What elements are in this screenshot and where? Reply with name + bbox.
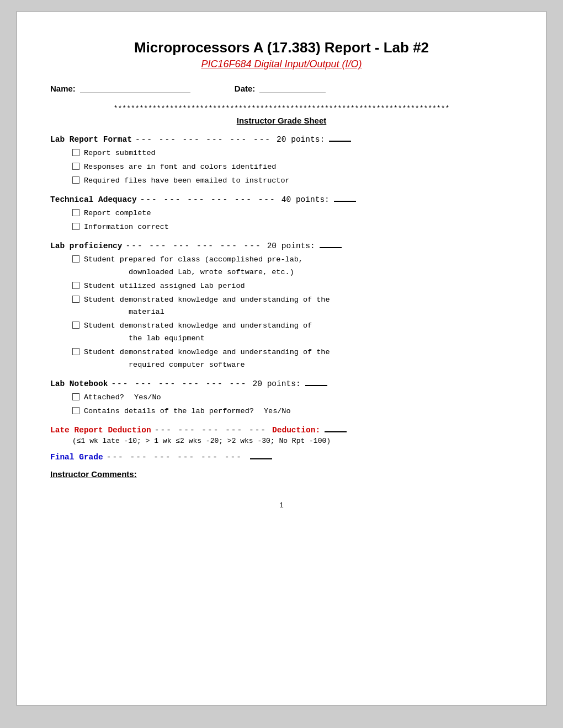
list-item: Student utilized assigned Lab period [72,280,513,293]
item-text: Student demonstrated knowledge and under… [84,320,513,345]
final-grade-title: Final Grade [50,453,103,462]
items-lab-proficiency: Student prepared for class (accomplished… [50,254,513,372]
item-text: Student utilized assigned Lab period [84,280,513,293]
list-item: Report complete [72,207,513,220]
section-late-report: Late Report Deduction --- --- --- --- --… [50,426,513,445]
section-lab-notebook: Lab Notebook --- --- --- --- --- --- 20 … [50,379,513,418]
checkbox-icon [72,407,79,414]
dashes-final-grade: --- --- --- --- --- --- [107,453,242,462]
late-report-title: Late Report Deduction [50,426,151,435]
stars-row: ****************************************… [50,104,513,113]
list-item: Student demonstrated knowledge and under… [72,294,513,319]
final-grade-header: Final Grade --- --- --- --- --- --- [50,453,513,462]
dashes-lab-proficiency: --- --- --- --- --- --- [126,242,262,250]
page-number: 1 [50,501,513,509]
item-text: Student demonstrated knowledge and under… [84,294,513,319]
points-lab-proficiency: 20 points: [267,242,315,250]
checkbox-icon [72,176,79,184]
main-title: Microprocessors A (17.383) Report - Lab … [50,39,513,56]
item-text: Report submitted [84,147,513,160]
grade-sheet-title: Instructor Grade Sheet [50,116,513,125]
section-title-lab-report-format: Lab Report Format [50,135,132,144]
name-line [80,83,190,93]
section-final-grade: Final Grade --- --- --- --- --- --- [50,453,513,462]
list-item: Attached? Yes/No [72,392,513,404]
name-label: Name: [50,84,76,93]
late-report-header: Late Report Deduction --- --- --- --- --… [50,426,513,435]
notebook-text: Contains details of the lab performed? Y… [84,405,513,418]
score-blank-lab-report-format [329,141,351,142]
late-note: (≤1 wk late -10; > 1 wk ≤2 wks -20; >2 w… [50,437,513,445]
score-blank-lab-proficiency [320,247,342,248]
section-header-lab-notebook: Lab Notebook --- --- --- --- --- --- 20 … [50,379,513,388]
list-item: Student prepared for class (accomplished… [72,254,513,279]
dashes-lab-report-format: --- --- --- --- --- --- [135,135,271,144]
list-item: Required files have been emailed to inst… [72,175,513,188]
checkbox-icon [72,209,79,216]
items-lab-report-format: Report submitted Responses are in font a… [50,147,513,188]
yes-no-1: Yes/No [264,407,291,415]
section-title-technical-adequacy: Technical Adequacy [50,195,137,204]
points-lab-report-format: 20 points: [277,135,325,144]
page: Microprocessors A (17.383) Report - Lab … [17,11,546,706]
notebook-text: Attached? Yes/No [84,392,513,404]
list-item: Student demonstrated knowledge and under… [72,320,513,345]
notebook-item-label: Contains details of the lab performed? [84,407,254,415]
item-text: Responses are in font and colors identif… [84,161,513,174]
date-label: Date: [235,84,256,93]
notebook-item-label: Attached? [84,393,124,402]
section-header-lab-proficiency: Lab proficiency --- --- --- --- --- --- … [50,242,513,250]
item-text: Required files have been emailed to inst… [84,175,513,188]
section-title-lab-proficiency: Lab proficiency [50,242,123,250]
checkbox-icon [72,255,79,263]
items-technical-adequacy: Report complete Information correct [50,207,513,234]
name-date-row: Name: Date: [50,83,513,93]
list-item: Responses are in font and colors identif… [72,161,513,174]
item-text: Report complete [84,207,513,220]
item-text: Student demonstrated knowledge and under… [84,346,513,372]
yes-no-0: Yes/No [134,393,161,402]
section-header-technical-adequacy: Technical Adequacy --- --- --- --- --- -… [50,195,513,204]
list-item: Report submitted [72,147,513,160]
deduction-label: Deduction: [272,426,320,435]
list-item: Information correct [72,221,513,234]
list-item: Student demonstrated knowledge and under… [72,346,513,372]
checkbox-icon [72,282,79,289]
section-technical-adequacy: Technical Adequacy --- --- --- --- --- -… [50,195,513,234]
checkbox-icon [72,223,79,230]
date-line [259,83,326,93]
points-lab-notebook: 20 points: [253,379,301,388]
checkbox-icon [72,163,79,170]
checkbox-icon [72,348,79,355]
item-text: Student prepared for class (accomplished… [84,254,513,279]
dashes-technical-adequacy: --- --- --- --- --- --- [140,195,276,204]
dashes-lab-notebook: --- --- --- --- --- --- [111,379,247,388]
items-lab-notebook: Attached? Yes/No Contains details of the… [50,392,513,418]
score-blank-final-grade [250,458,272,459]
list-item: Contains details of the lab performed? Y… [72,405,513,418]
section-lab-proficiency: Lab proficiency --- --- --- --- --- --- … [50,242,513,372]
item-text: Information correct [84,221,513,234]
checkbox-icon [72,322,79,329]
section-lab-report-format: Lab Report Format --- --- --- --- --- --… [50,135,513,188]
score-blank-late-report [325,431,347,432]
section-header-lab-report-format: Lab Report Format --- --- --- --- --- --… [50,135,513,144]
dashes-late-report: --- --- --- --- --- [155,426,267,435]
section-title-lab-notebook: Lab Notebook [50,379,108,388]
subtitle: PIC16F684 Digital Input/Output (I/O) [50,58,513,70]
score-blank-lab-notebook [305,385,327,386]
checkbox-icon [72,149,79,156]
checkbox-icon [72,393,79,400]
checkbox-icon [72,296,79,303]
instructor-comments-label: Instructor Comments: [50,469,513,479]
points-technical-adequacy: 40 points: [282,195,330,204]
score-blank-technical-adequacy [334,201,356,202]
